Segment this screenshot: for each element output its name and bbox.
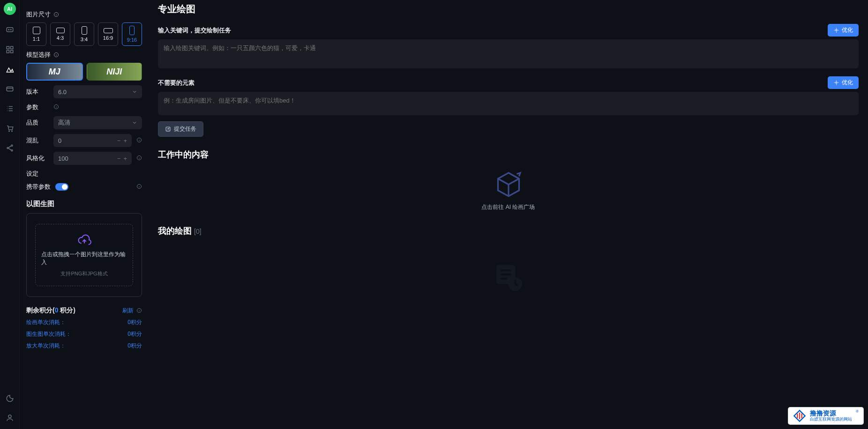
- negative-label: 不需要的元素: [158, 79, 195, 87]
- img2img-label: 以图生图: [26, 200, 142, 208]
- svg-rect-0: [7, 28, 13, 32]
- version-select[interactable]: 6.0: [53, 85, 142, 98]
- chaos-input[interactable]: 0−+: [53, 134, 132, 147]
- svg-point-11: [7, 148, 8, 149]
- settings-label: 设定: [26, 170, 49, 178]
- ratio-16-9[interactable]: 16:9: [98, 22, 118, 46]
- ratio-9-16[interactable]: 9:16: [122, 22, 142, 46]
- carry-params-label: 携带参数: [26, 183, 51, 191]
- page-title: 专业绘图: [158, 3, 859, 15]
- quality-label: 品质: [26, 118, 49, 127]
- ratio-4-3[interactable]: 4:3: [50, 22, 70, 46]
- upload-text: 点击或拖拽一个图片到这里作为输入: [41, 251, 127, 266]
- cost-line: 图生图单次消耗：0积分: [26, 330, 142, 338]
- svg-rect-3: [7, 46, 9, 49]
- ratio-1-1[interactable]: 1:1: [26, 22, 46, 46]
- optimize-button[interactable]: 优化: [828, 24, 859, 37]
- carry-params-toggle[interactable]: [55, 183, 68, 191]
- empty-state: [158, 242, 859, 312]
- prompt-input[interactable]: [158, 39, 859, 68]
- model-mj[interactable]: MJ: [26, 63, 83, 81]
- chat-icon[interactable]: [5, 25, 15, 35]
- cost-line: 绘画单次消耗：0积分: [26, 318, 142, 326]
- svg-point-10: [11, 145, 13, 146]
- watermark-logo-icon: [793, 409, 806, 422]
- empty-icon: [492, 261, 525, 294]
- chaos-label: 混乱: [26, 136, 49, 145]
- svg-point-9: [11, 131, 12, 132]
- negative-input[interactable]: [158, 92, 859, 115]
- credits-label: 剩余积分(0 积分): [26, 306, 75, 315]
- info-icon: [136, 137, 142, 143]
- refresh-link[interactable]: 刷新: [122, 307, 134, 315]
- info-icon: [53, 104, 59, 110]
- submit-button[interactable]: 提交任务: [158, 121, 203, 137]
- sparkle-icon: [833, 27, 839, 33]
- svg-rect-5: [7, 51, 9, 53]
- optimize-negative-button[interactable]: 优化: [828, 76, 859, 89]
- svg-point-13: [8, 415, 11, 418]
- cloud-upload-icon: [75, 233, 94, 247]
- send-icon: [165, 126, 171, 132]
- svg-rect-4: [10, 46, 13, 49]
- svg-point-12: [11, 150, 13, 151]
- svg-point-8: [8, 131, 9, 132]
- plus-icon[interactable]: +: [123, 137, 127, 144]
- main-content: 专业绘图 输入关键词，提交绘制任务 优化 不需要的元素 优化 提交任务 工作中的…: [149, 0, 868, 429]
- params-label: 参数: [26, 103, 49, 111]
- aspect-ratio-group: 1:1 4:3 3:4 16:9 9:16: [26, 22, 142, 46]
- prompt-label: 输入关键词，提交绘制任务: [158, 26, 231, 35]
- chevron-down-icon: [132, 120, 137, 126]
- sparkle-icon: [833, 80, 839, 86]
- user-icon[interactable]: [5, 413, 15, 422]
- info-icon: [53, 52, 59, 58]
- my-drawings-title: 我的绘图 [0]: [158, 225, 859, 237]
- cube-icon: [492, 170, 525, 199]
- image-size-label: 图片尺寸: [26, 10, 51, 19]
- apps-icon[interactable]: [5, 45, 15, 54]
- share-icon[interactable]: [5, 143, 15, 153]
- gallery-link[interactable]: 点击前往 AI 绘画广场: [481, 203, 535, 211]
- plus-icon[interactable]: +: [123, 155, 127, 162]
- working-title: 工作中的内容: [158, 149, 859, 160]
- info-icon: [136, 155, 142, 161]
- cost-line: 放大单次消耗：0积分: [26, 342, 142, 350]
- stylize-label: 风格化: [26, 154, 49, 163]
- info-icon: [136, 184, 142, 189]
- svg-point-1: [8, 30, 9, 30]
- theme-icon[interactable]: [5, 393, 15, 403]
- svg-rect-7: [7, 87, 13, 91]
- wallet-icon[interactable]: [5, 84, 15, 94]
- model-select-label: 模型选择: [26, 51, 51, 59]
- svg-rect-23: [166, 127, 170, 131]
- model-niji[interactable]: NIJI: [87, 63, 142, 81]
- chevron-down-icon: [132, 89, 137, 95]
- icon-sidebar: AI: [0, 0, 20, 429]
- app-logo[interactable]: AI: [4, 3, 16, 15]
- info-icon: [53, 12, 59, 17]
- quality-select[interactable]: 高清: [53, 116, 142, 129]
- version-label: 版本: [26, 88, 49, 96]
- upload-dropzone[interactable]: 点击或拖拽一个图片到这里作为输入 支持PNG和JPG格式: [35, 224, 133, 286]
- svg-point-22: [836, 82, 837, 83]
- info-icon: [136, 308, 142, 313]
- cart-icon[interactable]: [5, 124, 15, 133]
- stylize-input[interactable]: 100−+: [53, 152, 132, 165]
- settings-panel: 图片尺寸 1:1 4:3 3:4 16:9 9:16 模型选择 MJ NIJI …: [20, 0, 149, 429]
- svg-point-21: [836, 30, 837, 31]
- draw-icon[interactable]: [5, 65, 15, 74]
- minus-icon[interactable]: −: [117, 155, 121, 162]
- svg-rect-6: [10, 51, 13, 53]
- ratio-3-4[interactable]: 3:4: [74, 22, 94, 46]
- minus-icon[interactable]: −: [117, 137, 121, 144]
- list-icon[interactable]: [5, 104, 15, 113]
- svg-point-2: [10, 30, 11, 30]
- upload-subtext: 支持PNG和JPG格式: [60, 270, 107, 277]
- watermark: 撸撸资源白嫖互联网资源的网站 ®: [788, 407, 863, 424]
